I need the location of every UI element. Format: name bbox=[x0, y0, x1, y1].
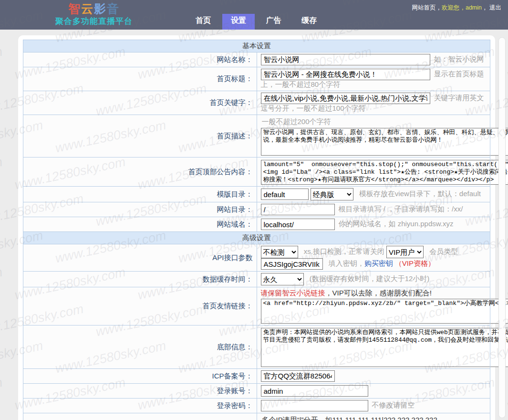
logo-char: 影 bbox=[94, 2, 107, 15]
row-site-name: 网站名称： 如：智云小说网 bbox=[23, 52, 490, 67]
row-top-notice: 首页顶部公告内容： lamount="5" onmouseover="this.… bbox=[23, 158, 490, 187]
friend-link-label: 首页友情链接： bbox=[23, 287, 257, 326]
login-password-input[interactable] bbox=[261, 400, 368, 411]
api-key-hint: 填入密钥， bbox=[329, 259, 364, 267]
section-advanced-title: 高级设置 bbox=[23, 232, 490, 244]
site-domain-hint: 你的网站域名，如 zhiyun.ppdsw.xyz bbox=[339, 220, 454, 228]
site-name-input[interactable] bbox=[261, 54, 430, 65]
friend-link-textarea[interactable]: <a href="http://zhiyun.ppdsw.xyz/zb/" ta… bbox=[261, 299, 508, 324]
api-key-input[interactable] bbox=[261, 258, 323, 270]
nav-item-ads[interactable]: 广告 bbox=[258, 14, 290, 30]
site-name-label: 网站名称： bbox=[23, 52, 257, 67]
home-description-label: 首页描述： bbox=[23, 115, 257, 158]
section-basic-title: 基本设置 bbox=[23, 40, 490, 52]
page-scrollbar[interactable] bbox=[498, 37, 506, 418]
row-login-account: 登录账号： bbox=[23, 384, 490, 399]
friend-link-note: 请保留智云小说链接，VIP可以去除，感谢朋友们配合! bbox=[261, 289, 487, 298]
site-dir-label: 网站目录： bbox=[23, 202, 257, 217]
cache-time-hint: (数据缓存有效时间，建议大于12小时) bbox=[310, 274, 430, 283]
top-notice-label: 首页顶部公告内容： bbox=[23, 158, 257, 187]
welcome-text: 欢迎您， bbox=[442, 4, 466, 11]
settings-card: 基本设置 网站名称： 如：智云小说网 首页标题： 显示在首页标题上，一般不超过8… bbox=[18, 35, 495, 420]
friend-link-note-red: 请保留智云小说链接 bbox=[261, 289, 325, 297]
template-dir-input[interactable] bbox=[261, 189, 309, 200]
home-title-input[interactable] bbox=[261, 69, 430, 80]
section-advanced-settings: 高级设置 bbox=[23, 232, 490, 244]
cache-time-select[interactable]: 永久 bbox=[261, 273, 304, 285]
home-keywords-input[interactable] bbox=[261, 93, 430, 104]
user-bar-separator: ， bbox=[482, 4, 488, 11]
settings-table: 基本设置 网站名称： 如：智云小说网 首页标题： 显示在首页标题上，一般不超过8… bbox=[23, 40, 490, 420]
footer-info-label: 底部信息： bbox=[23, 326, 257, 369]
site-dir-hint: 根目录请填写 / ，子目录请填写如：/xx/ bbox=[339, 205, 463, 213]
row-icp: ICP备案号： bbox=[23, 369, 490, 384]
section-basic-settings: 基本设置 bbox=[23, 40, 490, 52]
template-dir-hint: 模板存放在view目录下，默认：default bbox=[359, 189, 481, 198]
username-link[interactable]: admin bbox=[466, 4, 482, 11]
logo-title: 智云影音 bbox=[55, 1, 133, 16]
login-password-hint: 不修改请留空 bbox=[372, 401, 415, 409]
login-account-input[interactable] bbox=[261, 385, 368, 397]
login-account-label: 登录账号： bbox=[23, 384, 257, 399]
icp-label: ICP备案号： bbox=[23, 369, 257, 384]
row-site-domain: 网站域名： 你的网站域名，如 zhiyun.ppdsw.xyz bbox=[23, 217, 490, 232]
home-title-label: 首页标题： bbox=[23, 67, 257, 91]
home-keywords-label: 首页关键字： bbox=[23, 91, 257, 115]
home-description-hint: 一般不超过200个字符 bbox=[262, 117, 487, 126]
api-params-label: API接口参数 bbox=[23, 244, 257, 272]
nav-item-settings[interactable]: 设置 bbox=[222, 14, 255, 30]
home-description-textarea[interactable]: 智云小说网，提供古言、现言、原创、玄幻、都市、言情、娱乐、种田、科幻、悬疑、灵异… bbox=[261, 128, 508, 156]
ban-ip-hint: 多个IP请用“|”分开，如111.111.111.111|222.222.222… bbox=[262, 416, 487, 420]
logo-char: 云 bbox=[81, 2, 94, 15]
logo-char: 智 bbox=[68, 2, 81, 15]
template-dir-label: 模版目录： bbox=[23, 187, 257, 202]
row-login-password: 登录密码： 不修改请留空 bbox=[23, 399, 490, 413]
logout-link[interactable]: 退出 bbox=[489, 4, 501, 11]
user-bar: 网站首页，欢迎您，admin， 退出 bbox=[412, 4, 501, 12]
icp-input[interactable] bbox=[261, 370, 335, 382]
member-type-hint: 会员类型 bbox=[429, 247, 458, 255]
row-template-dir: 模版目录： 经典版 模板存放在view目录下，默认：default bbox=[23, 187, 490, 202]
buy-key-link[interactable]: 购买密钥 bbox=[364, 259, 393, 267]
row-cache-time: 数据缓存时间： 永久 (数据缓存有效时间，建议大于12小时) bbox=[23, 272, 490, 287]
ban-ip-label: 禁止某些IP访问： bbox=[23, 413, 257, 420]
member-type-select[interactable]: VIP用户 bbox=[386, 246, 424, 258]
site-name-hint: 如：智云小说网 bbox=[434, 55, 484, 63]
row-ban-ip: 禁止某些IP访问： 多个IP请用“|”分开，如111.111.111.111|2… bbox=[23, 413, 490, 420]
vip-note: （VIP资格） bbox=[395, 259, 435, 267]
friend-link-note-rest: ，VIP可以去除，感谢朋友们配合! bbox=[325, 289, 432, 297]
site-home-link[interactable]: 网站首页， bbox=[412, 4, 442, 11]
row-site-dir: 网站目录： 根目录请填写 / ，子目录请填写如：/xx/ bbox=[23, 202, 490, 217]
login-password-label: 登录密码： bbox=[23, 399, 257, 413]
api-check-select[interactable]: 不检测 bbox=[261, 246, 298, 258]
row-footer-info: 底部信息： 免责声明：本网站提供的小说均系来自网络索引，本网站只提供web页面测… bbox=[23, 326, 490, 369]
site-logo[interactable]: 智云影音 聚合多功能直播平台 bbox=[55, 1, 133, 26]
row-home-keywords: 首页关键字： 关键字请用英文逗号分开，一般不超过100个字符 bbox=[23, 91, 490, 115]
site-domain-label: 网站域名： bbox=[23, 217, 257, 232]
footer-info-textarea[interactable]: 免责声明：本网站提供的小说均系来自网络索引，本网站只提供web页面测试服务，并不… bbox=[261, 328, 508, 367]
row-friend-link: 首页友情链接： 请保留智云小说链接，VIP可以去除，感谢朋友们配合! <a hr… bbox=[23, 287, 490, 326]
main-nav: 首页 设置 广告 缓存 bbox=[187, 15, 325, 30]
top-header: 智云影音 聚合多功能直播平台 首页 设置 广告 缓存 网站首页，欢迎您，admi… bbox=[0, 0, 508, 30]
row-api-params: API接口参数 不检测 xs.接口检测，正常请关闭 VIP用户 会员类型 填入密… bbox=[23, 244, 490, 272]
row-home-description: 首页描述： 一般不超过200个字符 智云小说网，提供古言、现言、原创、玄幻、都市… bbox=[23, 115, 490, 158]
site-dir-input[interactable] bbox=[261, 204, 335, 215]
site-domain-input[interactable] bbox=[261, 219, 335, 230]
nav-item-home[interactable]: 首页 bbox=[187, 14, 219, 30]
logo-char: 音 bbox=[107, 2, 120, 15]
nav-item-cache[interactable]: 缓存 bbox=[293, 14, 325, 30]
template-style-select[interactable]: 经典版 bbox=[311, 188, 353, 200]
logo-subtitle: 聚合多功能直播平台 bbox=[55, 17, 133, 26]
cache-time-label: 数据缓存时间： bbox=[23, 272, 257, 287]
top-notice-textarea[interactable]: lamount="5" onmouseover="this.stop();" o… bbox=[261, 160, 508, 185]
api-check-hint: xs.接口检测，正常请关闭 bbox=[304, 247, 384, 255]
row-home-title: 首页标题： 显示在首页标题上，一般不超过80个字符 bbox=[23, 67, 490, 91]
